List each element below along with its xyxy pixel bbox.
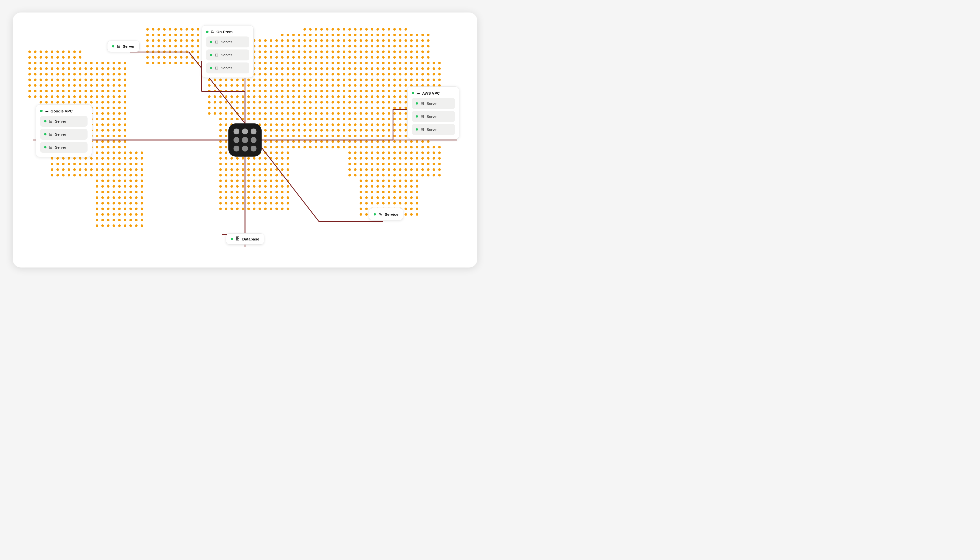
google-vpc-label: Google VPC (50, 109, 73, 113)
hub-dot-4 (234, 137, 239, 143)
aws-server-1-dot (416, 102, 418, 105)
aws-server-2: ⊟ Server (411, 111, 455, 122)
hub-dot-1 (234, 128, 239, 134)
onprem-server-1-icon: ⊟ (215, 40, 218, 44)
onprem-server-2-icon: ⊟ (215, 53, 218, 57)
hub-dot-6 (251, 137, 256, 143)
aws-vpc-label: AWS VPC (422, 91, 440, 95)
main-container: ⊟ Server ☁ Google VPC ⊟ Server ⊟ Server … (13, 12, 477, 268)
aws-vpc-status-dot (411, 92, 414, 94)
aws-vpc-group: ☁ AWS VPC ⊟ Server ⊟ Server ⊟ Server (407, 87, 459, 139)
google-server-1: ⊟ Server (40, 116, 87, 127)
on-prem-icon: 🗂 (211, 30, 214, 34)
aws-server-1: ⊟ Server (411, 98, 455, 109)
on-prem-label: On-Prem (216, 30, 232, 34)
onprem-server-2: ⊟ Server (206, 50, 249, 60)
on-prem-title: 🗂 On-Prem (206, 30, 249, 34)
server-icon: ⊟ (117, 44, 120, 49)
service-icon: ∿ (378, 212, 382, 217)
service-label: Service (385, 212, 398, 217)
service-status-dot (374, 213, 376, 215)
cloud-icon: ☁ (45, 108, 48, 113)
database-label: Database (242, 237, 259, 241)
database-status-dot (231, 238, 233, 240)
server-2-dot (44, 133, 47, 135)
hub-dot-7 (234, 146, 239, 152)
service-node: ∿ Service (369, 208, 403, 220)
server-2-label: Server (55, 132, 66, 137)
hub-dot-2 (242, 128, 248, 134)
server-label: Server (123, 44, 135, 48)
svg-line-13 (262, 148, 319, 222)
google-vpc-status-dot (40, 110, 43, 112)
hub-dot-5 (242, 137, 248, 143)
server-3-dot (44, 146, 47, 148)
aws-vpc-title: ☁ AWS VPC (411, 91, 455, 95)
google-server-3: ⊟ Server (40, 142, 87, 153)
aws-server-3-dot (416, 128, 418, 130)
aws-server-3-icon: ⊟ (421, 127, 424, 132)
server-3-icon: ⊟ (49, 145, 52, 150)
onprem-server-3: ⊟ Server (206, 62, 249, 73)
aws-cloud-icon: ☁ (416, 91, 420, 95)
server-1-icon: ⊟ (49, 119, 52, 124)
google-vpc-title: ☁ Google VPC (40, 108, 87, 113)
aws-server-1-icon: ⊟ (421, 101, 424, 106)
on-prem-status-dot (206, 31, 209, 33)
onprem-server-3-dot (210, 67, 212, 69)
database-node: 🗄 Database (226, 233, 264, 245)
aws-server-2-dot (416, 115, 418, 118)
onprem-server-1-label: Server (221, 40, 232, 44)
onprem-server-1-dot (210, 41, 212, 43)
server-3-label: Server (55, 145, 66, 150)
aws-server-2-label: Server (426, 114, 438, 118)
database-icon: 🗄 (236, 237, 240, 241)
google-server-2: ⊟ Server (40, 129, 87, 140)
aws-server-2-icon: ⊟ (421, 114, 424, 119)
onprem-server-2-label: Server (221, 53, 232, 57)
server-1-label: Server (55, 119, 66, 123)
aws-server-3-label: Server (426, 127, 438, 132)
server-1-dot (44, 120, 47, 122)
hub-dot-8 (242, 146, 248, 152)
on-prem-group: 🗂 On-Prem ⊟ Server ⊟ Server ⊟ Server (202, 25, 254, 78)
onprem-server-3-label: Server (221, 66, 232, 70)
server-2-icon: ⊟ (49, 132, 52, 137)
hub-dot-3 (251, 128, 256, 134)
onprem-server-2-dot (210, 54, 212, 56)
server-status-dot (112, 45, 114, 47)
central-hub (228, 123, 262, 157)
aws-server-3: ⊟ Server (411, 124, 455, 135)
google-vpc-group: ☁ Google VPC ⊟ Server ⊟ Server ⊟ Server (36, 104, 92, 157)
aws-server-1-label: Server (426, 101, 438, 105)
standalone-server-node: ⊟ Server (107, 40, 140, 52)
hub-dot-9 (251, 146, 256, 152)
onprem-server-1: ⊟ Server (206, 37, 249, 47)
onprem-server-3-icon: ⊟ (215, 65, 218, 70)
